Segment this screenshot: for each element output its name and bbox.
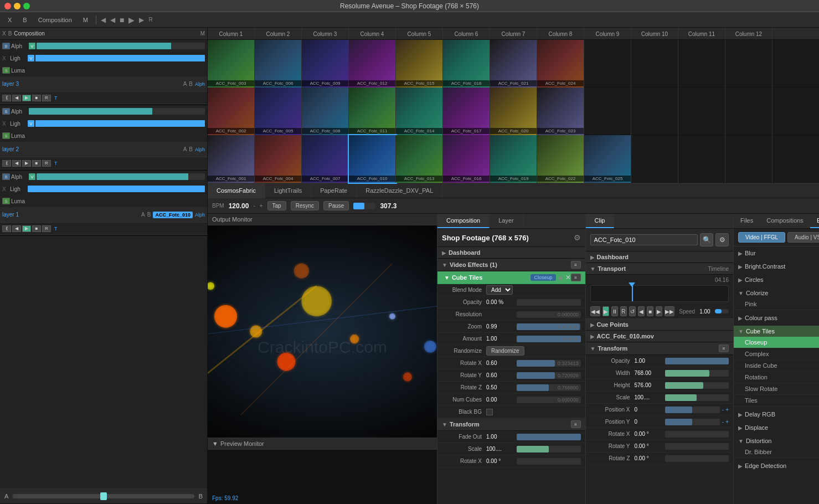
s-btn-1[interactable]: S [2,198,10,204]
clip-dashboard-section[interactable]: ▶ Dashboard [586,251,734,263]
effect-dr-bibber[interactable]: Dr. Bibber [734,446,819,458]
trans1-play[interactable]: ▶ [22,225,31,232]
clip-thumb-empty-8[interactable] [584,88,631,135]
ve-btn1[interactable]: ≡ [571,261,581,269]
clip-thumb-empty-11[interactable] [725,40,772,88]
effect-pink[interactable]: Pink [734,299,819,310]
tab-effects[interactable]: Effects [810,214,819,228]
clip-thumb-ACC_Fotc_014[interactable]: ACC_Fotc_014 [396,88,443,135]
x-btn-3[interactable]: X [2,55,9,61]
clip-search-btn[interactable]: 🔍 [700,233,713,246]
trans-play[interactable]: ▶ [22,95,31,101]
cue-points-section[interactable]: ▶ Cue Points [586,319,734,331]
cat-blur-header[interactable]: ▶ Blur [734,248,819,259]
clip-trans2-menu[interactable]: ≡ [719,344,729,352]
settings-icon[interactable]: ⚙ [574,233,581,242]
clip-opacity-slider[interactable] [665,358,729,364]
tab-composition[interactable]: Composition [437,214,490,228]
clip-next-btn[interactable]: ▶ [656,306,662,316]
clip-thumb-ACC_Fotc_021[interactable]: ACC_Fotc_021 [490,40,537,88]
transform-section[interactable]: ▼ Transform ≡ [437,418,585,431]
clip-thumb-ACC_Fotc_025[interactable]: ACC_Fotc_025 [584,135,631,183]
effect-inside-cube[interactable]: Inside Cube [734,360,819,372]
transform-menu[interactable]: ≡ [571,420,581,428]
nav-stop[interactable]: ■ [120,16,124,24]
clip-thumb-ACC_Fotc_013[interactable]: ACC_Fotc_013 [396,135,443,183]
ct-enabled[interactable]: ◉ [558,275,563,281]
cat-circles-header[interactable]: ▶ Circles [734,274,819,285]
video-effects-section[interactable]: ▼ Video Effects (1) ≡ [437,259,585,271]
b-btn-2[interactable]: B [2,108,10,115]
trans-prev[interactable]: ◀ [12,95,21,101]
clip-pause-btn[interactable]: ⏸ [611,306,618,316]
scale-slider[interactable] [517,446,581,452]
trans1-stop[interactable]: ■ [32,225,41,232]
deck-tab-paperate[interactable]: PapeRate [311,183,357,198]
clip-thumb-empty-8[interactable] [584,40,631,88]
posx-plus-btn[interactable]: - + [722,407,729,413]
clip-thumb-ACC_Fotc_002[interactable]: ACC_Fotc_002 [208,88,255,135]
clip-thumb-ACC_Fotc_010[interactable]: ACC_Fotc_010 [349,135,396,183]
resolution-slider[interactable]: 0.000000 [517,311,581,318]
clip-thumb-ACC_Fotc_022[interactable]: ACC_Fotc_022 [537,135,584,183]
clip-thumb-ACC_Fotc_019[interactable]: ACC_Fotc_019 [490,135,537,183]
num-cubes-slider[interactable]: 0.000000 [517,397,581,403]
clip-transform-section[interactable]: ▼ Transform ≡ [586,342,734,355]
clip-thumb-empty-9[interactable] [631,88,678,135]
source-section[interactable]: ▶ ACC_Fotc_010.mov [586,331,734,342]
clip-thumb-ACC_Fotc_020[interactable]: ACC_Fotc_020 [490,88,537,135]
clip-posx-slider[interactable] [665,407,720,413]
clip-thumb-empty-9[interactable] [631,40,678,88]
cat-displace-header[interactable]: ▶ Displace [734,422,819,433]
trans-r[interactable]: R [42,95,51,101]
clip-thumb-ACC_Fotc_015[interactable]: ACC_Fotc_015 [396,40,443,88]
nav-prev2[interactable]: ◀ [110,16,115,24]
amount-slider[interactable]: 1.000000 [517,336,581,342]
pause-button[interactable]: Pause [323,201,349,210]
s-btn-3[interactable]: S [2,67,10,74]
clip-thumb-empty-10[interactable] [678,88,725,135]
clip-settings-btn[interactable]: ⚙ [715,233,729,246]
tap-button[interactable]: Tap [267,201,286,210]
deck-tab-cosmosfabric[interactable]: CosmosFabric [208,183,265,198]
trans1-prev[interactable]: ◀ [12,225,21,232]
b-btn-1[interactable]: B [2,173,10,180]
cat-cp-header[interactable]: ▶ Colour pass [734,312,819,323]
nav-next[interactable]: ▶ [139,16,144,24]
clip-thumb-ACC_Fotc_007[interactable]: ACC_Fotc_007 [302,135,349,183]
resync-button[interactable]: Resync [291,201,319,210]
black-bg-checkbox[interactable] [486,409,493,415]
cat-ct-header[interactable]: ▼ Cube Tiles [734,326,819,337]
clip-play-btn[interactable]: ▶ [602,306,609,316]
effect-slow-rotate[interactable]: Slow Rotate [734,383,819,395]
ct-menu[interactable]: ≡ [571,274,581,281]
rotate-z-slider[interactable]: 0.766800 [517,384,581,391]
ct-close[interactable]: ✕ [565,274,571,281]
clip-rotx-slider[interactable] [665,431,729,438]
clip-thumb-ACC_Fotc_005[interactable]: ACC_Fotc_005 [255,88,302,135]
clip-thumb-ACC_Fotc_004[interactable]: ACC_Fotc_004 [255,135,302,183]
trans2-play[interactable]: ▶ [22,160,31,167]
clip-thumb-ACC_Fotc_001[interactable]: ACC_Fotc_001 [208,135,255,183]
tab-files[interactable]: Files [734,214,760,228]
crossfader-handle[interactable] [100,492,107,500]
clip-thumb-empty-9[interactable] [631,135,678,183]
clip-posy-slider[interactable] [665,419,720,425]
cat-dr-header[interactable]: ▶ Delay RGB [734,409,819,420]
close-button[interactable] [4,3,11,9]
clip-rew-btn[interactable]: ◀◀ [590,306,600,316]
cat-ed-header[interactable]: ▶ Edge Detection [734,460,819,471]
trans1-rew[interactable]: ⟪ [2,225,11,232]
speed-slider[interactable] [715,309,729,313]
s-btn-2[interactable]: S [2,132,10,139]
x-btn-2[interactable]: X [2,121,9,127]
maximize-button[interactable] [23,3,30,9]
clip-height-slider[interactable] [665,382,729,389]
clip-thumb-ACC_Fotc_009[interactable]: ACC_Fotc_009 [302,40,349,88]
nav-play[interactable]: ▶ [128,16,135,24]
clip-name-input[interactable] [590,234,698,245]
posy-plus-btn[interactable]: - + [722,419,729,425]
clip-thumb-ACC_Fotc_017[interactable]: ACC_Fotc_017 [443,88,490,135]
clip-thumb-ACC_Fotc_008[interactable]: ACC_Fotc_008 [302,88,349,135]
va-audio[interactable]: Audio | VST [787,232,819,243]
